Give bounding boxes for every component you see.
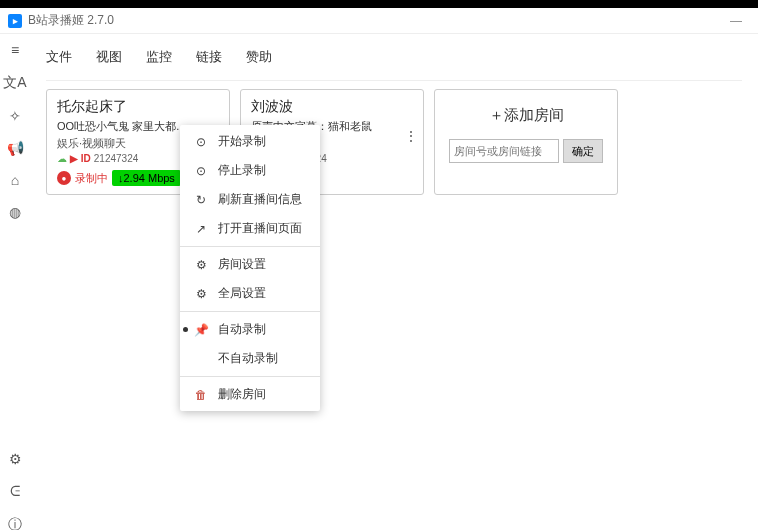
confirm-button[interactable]: 确定 bbox=[563, 139, 603, 163]
menu-global-settings[interactable]: ⚙ 全局设置 bbox=[180, 279, 320, 308]
info-icon[interactable]: ⓘ bbox=[8, 516, 22, 530]
add-room-title: ＋添加房间 bbox=[447, 106, 605, 125]
speed-badge: ↓2.94 Mbps bbox=[112, 170, 181, 186]
pin-icon: 📌 bbox=[194, 323, 208, 337]
menu-room-settings[interactable]: ⚙ 房间设置 bbox=[180, 250, 320, 279]
more-menu-button[interactable]: ⋮ bbox=[404, 128, 417, 144]
app-icon: ▸ bbox=[8, 14, 22, 28]
external-link-icon: ↗ bbox=[194, 222, 208, 236]
menu-no-auto-record[interactable]: 不自动录制 bbox=[180, 344, 320, 373]
recording-icon: ● bbox=[57, 171, 71, 185]
settings-icon[interactable]: ⚙ bbox=[9, 451, 22, 467]
sparkle-icon[interactable]: ✧ bbox=[9, 108, 21, 124]
cloud-icon: ☁ bbox=[57, 153, 67, 164]
room-id: 21247324 bbox=[94, 153, 139, 164]
menu-stop-record[interactable]: ⊙ 停止录制 bbox=[180, 156, 320, 185]
window-top-border bbox=[0, 0, 758, 8]
menu-separator bbox=[180, 376, 320, 377]
selected-dot-icon bbox=[183, 327, 188, 332]
menu-link[interactable]: 链接 bbox=[196, 48, 222, 66]
menu-view[interactable]: 视图 bbox=[96, 48, 122, 66]
menu-sponsor[interactable]: 赞助 bbox=[246, 48, 272, 66]
refresh-icon: ↻ bbox=[194, 193, 208, 207]
menu-bar: 文件 视图 监控 链接 赞助 bbox=[46, 34, 742, 81]
add-room-card: ＋添加房间 确定 bbox=[434, 89, 618, 195]
recording-label: 录制中 bbox=[75, 171, 108, 186]
room-id-input[interactable] bbox=[449, 139, 559, 163]
menu-separator bbox=[180, 246, 320, 247]
language-icon[interactable]: 文A bbox=[3, 74, 26, 92]
record-start-icon: ⊙ bbox=[194, 135, 208, 149]
announce-icon[interactable]: 📢 bbox=[7, 140, 24, 156]
minimize-button[interactable]: — bbox=[722, 14, 750, 28]
menu-start-record[interactable]: ⊙ 开始录制 bbox=[180, 127, 320, 156]
gear-icon: ⚙ bbox=[194, 287, 208, 301]
menu-auto-record[interactable]: 📌 自动录制 bbox=[180, 315, 320, 344]
home-icon[interactable]: ⌂ bbox=[11, 172, 19, 188]
menu-icon[interactable]: ≡ bbox=[11, 42, 19, 58]
flag-icon[interactable]: ᕮ bbox=[10, 483, 20, 500]
storage-icon[interactable]: ◍ bbox=[9, 204, 21, 220]
trash-icon: 🗑 bbox=[194, 388, 208, 402]
context-menu: ⊙ 开始录制 ⊙ 停止录制 ↻ 刷新直播间信息 ↗ 打开直播间页面 ⚙ 房间设置… bbox=[180, 125, 320, 411]
app-title: B站录播姬 2.7.0 bbox=[28, 12, 114, 29]
record-stop-icon: ⊙ bbox=[194, 164, 208, 178]
room-title: 托尔起床了 bbox=[57, 98, 219, 116]
gear-icon: ⚙ bbox=[194, 258, 208, 272]
menu-open-page[interactable]: ↗ 打开直播间页面 bbox=[180, 214, 320, 243]
id-icon: ▶ ID bbox=[70, 153, 91, 164]
room-title: 刘波波 bbox=[251, 98, 413, 116]
menu-file[interactable]: 文件 bbox=[46, 48, 72, 66]
title-bar: ▸ B站录播姬 2.7.0 — bbox=[0, 8, 758, 34]
menu-monitor[interactable]: 监控 bbox=[146, 48, 172, 66]
menu-delete-room[interactable]: 🗑 删除房间 bbox=[180, 380, 320, 409]
menu-refresh-info[interactable]: ↻ 刷新直播间信息 bbox=[180, 185, 320, 214]
sidebar: ≡ 文A ✧ 📢 ⌂ ◍ ⚙ ᕮ ⓘ bbox=[0, 34, 30, 530]
menu-separator bbox=[180, 311, 320, 312]
